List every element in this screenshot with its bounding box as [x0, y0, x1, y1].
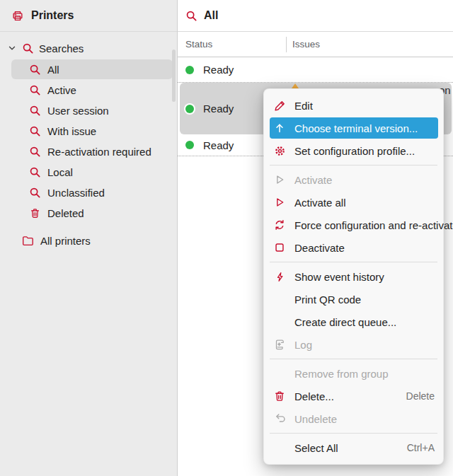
- menu-item-create-direct-queue[interactable]: Create direct queue...: [264, 310, 443, 333]
- menu-item-activate: Activate: [264, 168, 443, 191]
- menu-item-print-qr-code[interactable]: Print QR code: [264, 288, 443, 310]
- no-icon: [273, 315, 287, 329]
- menu-separator: [270, 165, 437, 166]
- sidebar-item-deleted[interactable]: Deleted: [11, 203, 173, 223]
- sidebar-group-label: Searches: [39, 42, 84, 54]
- menu-item-activate-all[interactable]: Activate all: [264, 191, 443, 214]
- table-header: Status Issues: [178, 32, 453, 57]
- column-header-status[interactable]: Status: [178, 39, 286, 50]
- sidebar-item-reactivation-required[interactable]: Re-activation required: [11, 141, 173, 161]
- menu-item-show-event-history[interactable]: Show event history: [264, 265, 443, 288]
- sidebar-item-active[interactable]: Active: [11, 80, 173, 100]
- column-divider[interactable]: [286, 37, 287, 52]
- main-header: All: [178, 0, 453, 32]
- sidebar-item-label: With issue: [47, 125, 96, 137]
- no-icon: [273, 292, 287, 306]
- search-icon: [28, 186, 41, 199]
- sidebar-group-searches[interactable]: Searches: [0, 37, 177, 59]
- sidebar-item-unclassified[interactable]: Unclassified: [11, 182, 173, 202]
- search-icon: [21, 42, 34, 54]
- menu-item-select-all[interactable]: Select All Ctrl+A: [264, 436, 443, 459]
- log-scroll-icon: [273, 337, 287, 352]
- menu-separator: [270, 262, 437, 262]
- warning-icon-clipped: [292, 83, 299, 88]
- search-icon: [28, 83, 41, 96]
- menu-item-set-configuration-profile[interactable]: Set configuration profile...: [264, 139, 443, 162]
- sidebar-item-label: Deleted: [47, 207, 84, 219]
- sidebar-item-with-issue[interactable]: With issue: [11, 121, 173, 141]
- chevron-down-icon: [7, 42, 16, 54]
- menu-shortcut: Ctrl+A: [407, 442, 435, 453]
- menu-separator: [270, 433, 437, 434]
- sidebar-item-label: Active: [47, 84, 76, 96]
- status-text: Ready: [203, 64, 234, 76]
- sidebar-item-local[interactable]: Local: [11, 162, 173, 182]
- status-text: Ready: [203, 103, 234, 115]
- sidebar-item-label: Local: [47, 166, 73, 178]
- menu-item-deactivate[interactable]: Deactivate: [264, 236, 443, 259]
- play-icon: [273, 173, 287, 187]
- page-title: All: [204, 9, 218, 22]
- sidebar-header: Printers: [0, 0, 177, 32]
- sidebar-item-label: Re-activation required: [47, 146, 151, 158]
- lightning-icon: [273, 269, 287, 284]
- menu-item-log: Log: [264, 333, 443, 356]
- printer-icon: [11, 9, 24, 22]
- column-header-issues[interactable]: Issues: [286, 39, 320, 50]
- pencil-icon: [273, 98, 287, 112]
- sidebar-item-label: All: [47, 64, 59, 76]
- sidebar-item-all[interactable]: All: [11, 59, 173, 79]
- sidebar-item-label: All printers: [40, 235, 91, 247]
- refresh-icon: [273, 218, 287, 232]
- menu-item-force-configuration-reactivate[interactable]: Force configuration and re-activate: [264, 214, 443, 236]
- search-icon: [28, 145, 41, 158]
- menu-item-delete[interactable]: Delete... Delete: [264, 385, 443, 407]
- search-icon: [185, 9, 197, 22]
- menu-item-choose-terminal-version[interactable]: Choose terminal version...: [270, 117, 438, 139]
- status-ready-dot: [185, 105, 194, 113]
- search-icon: [28, 124, 41, 137]
- menu-separator: [270, 359, 437, 359]
- sidebar-item-label: Unclassified: [47, 187, 105, 199]
- sidebar-item-user-session[interactable]: User session: [11, 100, 173, 120]
- search-icon: [28, 104, 41, 117]
- sidebar-item-all-printers[interactable]: All printers: [0, 230, 177, 251]
- status-ready-dot: [185, 141, 194, 149]
- no-icon: [273, 366, 287, 381]
- status-text: Ready: [203, 139, 234, 151]
- context-menu: Edit Choose terminal version... Set conf…: [263, 88, 444, 465]
- menu-item-undelete: Undelete: [264, 407, 443, 430]
- sidebar-title: Printers: [31, 9, 74, 22]
- menu-item-remove-from-group: Remove from group: [264, 362, 443, 385]
- trash-icon: [273, 389, 287, 403]
- menu-item-edit[interactable]: Edit: [264, 94, 443, 117]
- folder-icon: [21, 234, 34, 247]
- status-ready-dot: [185, 66, 194, 74]
- search-icon: [28, 63, 41, 76]
- sidebar-scrollbar-thumb[interactable]: [172, 50, 176, 102]
- gear-icon: [273, 144, 287, 158]
- table-row[interactable]: Ready: [178, 57, 453, 83]
- play-icon: [273, 195, 287, 209]
- sidebar: Printers Searches All Active: [0, 0, 178, 476]
- sidebar-item-label: User session: [47, 105, 109, 117]
- stop-square-icon: [273, 240, 287, 255]
- trash-icon: [28, 207, 41, 219]
- arrow-up-icon: [273, 121, 287, 135]
- sidebar-nav: Searches All Active User session With is: [0, 32, 177, 251]
- no-icon: [273, 441, 287, 455]
- search-icon: [28, 166, 41, 178]
- menu-shortcut: Delete: [406, 390, 435, 402]
- undo-icon: [273, 412, 287, 426]
